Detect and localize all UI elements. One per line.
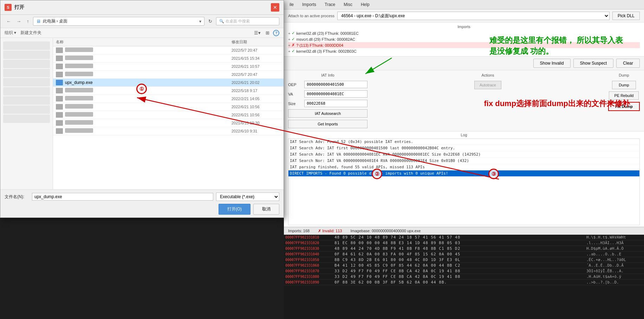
file-row[interactable]: 2022/5/18 9:17 (53, 87, 284, 95)
file-row[interactable]: 2022/6/21 10:56 (53, 111, 284, 119)
log-area: IAT Search Adv: Found 52 (0x34) possible… (288, 138, 640, 225)
view-details-button[interactable]: ☰▾ (253, 30, 262, 36)
hex-ascii: 3ÒI÷ðIÿÎ.ÊB...A. (586, 269, 643, 273)
file-row[interactable]: 2022/2/21 14:05 (53, 95, 284, 103)
import-expand-icon: + (288, 49, 290, 53)
blurred-name (65, 56, 93, 60)
dialog-footer: 文件名(N): Executable (*.exe) 打开(O) 取消 (0, 189, 284, 217)
file-row[interactable]: 2022/6/21 10:56 (53, 103, 284, 111)
menu-item-help[interactable]: Help (359, 1, 371, 8)
status-bar: Imports: 168 ✗ Invalid: 113 Imagebase: 0… (284, 227, 644, 235)
app-area: ileImportsTraceMiscHelp Attach to an act… (284, 0, 644, 319)
file-row[interactable]: 2022/6/21 10:57 (53, 63, 284, 71)
file-icon (56, 112, 63, 118)
show-invalid-button[interactable]: Show Invalid (533, 59, 571, 68)
file-icon (56, 128, 63, 134)
hex-ascii: H.\$.H.t$.WAVAWHt (586, 235, 643, 240)
nav-forward-button[interactable]: → (15, 18, 23, 25)
dump-button[interactable]: Dump (612, 81, 636, 89)
iat-autosearch-button[interactable]: IAT Autosearch (288, 109, 367, 118)
file-icon (56, 80, 63, 85)
va-label: VA (288, 92, 302, 96)
file-icon (56, 120, 63, 126)
dialog-title-icon: S (5, 4, 12, 11)
file-dialog[interactable]: S 打开 ✕ ← → ↑ 🖥 此电脑 › 桌面 ▾ ↻ 🔍 在桌面 中搜索 组织… (0, 0, 284, 218)
hex-address: 00007FF902331060 (285, 263, 334, 267)
sidebar-blur-2 (3, 51, 50, 59)
size-input[interactable] (304, 100, 367, 107)
import-expand-icon: + (288, 31, 290, 35)
size-label: Size (288, 102, 302, 106)
hex-row: 00007FF90233107033 D2 49 F7 F0 49 FF CE … (284, 268, 644, 274)
file-row[interactable]: 2021/6/15 15:34 (53, 54, 284, 63)
footer-row2: 打开(O) 取消 (5, 204, 279, 215)
blurred-name (65, 112, 93, 117)
file-date: 2022/6/21 10:56 (232, 105, 281, 109)
filename-input[interactable] (32, 193, 213, 201)
hex-ascii: ..ab....O..b..E (586, 252, 643, 256)
file-icon (56, 104, 63, 110)
nav-back-button[interactable]: ← (5, 18, 13, 25)
file-name (65, 72, 232, 77)
dialog-title-text: 打开 (14, 4, 24, 11)
sidebar-blur-3 (3, 60, 50, 68)
hex-address: 00007FF902331090 (285, 280, 334, 284)
file-row[interactable]: 2022/5/7 20:47 (53, 46, 284, 54)
get-imports-button[interactable]: Get Imports (288, 120, 367, 128)
file-icon (56, 72, 63, 77)
organize-menu[interactable]: 组织 ▾ (5, 30, 16, 36)
sidebar-blur-9 (3, 115, 50, 123)
log-section: Log IAT Search Adv: Found 52 (0x34) poss… (284, 131, 644, 227)
log-entry: IAT Search Adv: Found 52 (0x34) possible… (288, 139, 639, 145)
file-row[interactable]: 2022/6/10 9:31 (53, 127, 284, 135)
actions-bar: Show Invalid Show Suspect Clear (284, 57, 644, 70)
filetype-select[interactable]: Executable (*.exe) (216, 193, 279, 201)
address-dropdown-icon[interactable]: ▾ (199, 19, 201, 24)
clear-button[interactable]: Clear (616, 59, 640, 68)
iat-info-column: IAT Info OEP VA Size IAT Autosearch Get … (288, 73, 367, 128)
hex-area: 00007FF90233101048 89 5C 24 10 48 89 74 … (284, 235, 644, 319)
file-date: 2021/6/15 19:30 (232, 121, 281, 125)
nav-up-button[interactable]: ↑ (25, 18, 31, 25)
address-bar[interactable]: 🖥 此电脑 › 桌面 ▾ (33, 17, 205, 26)
hex-address: 00007FF902331050 (285, 258, 334, 262)
hex-ascii: .H.AüH.t$aA+ö.ÿ (586, 274, 643, 279)
va-row: VA (288, 90, 367, 98)
menu-item-ile[interactable]: ile (288, 1, 295, 8)
hex-ascii: .l....H3ÃI...H3Ã (586, 241, 643, 245)
file-row[interactable]: 2021/6/15 19:30 (53, 119, 284, 127)
dialog-close-button[interactable]: ✕ (271, 3, 279, 12)
hex-row: 00007FF90233103048 89 44 24 70 4D 8B F9 … (284, 246, 644, 252)
cancel-button[interactable]: 取消 (253, 204, 279, 215)
file-row[interactable]: 2022/5/7 20:47 (53, 71, 284, 79)
autotrace-button[interactable]: Autotrace (474, 81, 501, 89)
new-folder-button[interactable]: 新建文件夹 (20, 30, 41, 36)
show-suspect-button[interactable]: Show Suspect (573, 59, 614, 68)
open-button[interactable]: 打开(O) (219, 204, 251, 215)
import-error-icon: ✗ (292, 43, 295, 47)
dialog-body: 名称 修改日期 2022/5/7 20:472021/6/15 15:34202… (0, 38, 284, 189)
hex-address: 00007FF902331010 (285, 235, 334, 239)
sidebar-blur-8 (3, 105, 50, 114)
help-button[interactable]: ? (273, 30, 279, 36)
pick-dll-button[interactable]: Pick DLL (612, 12, 640, 20)
hex-address: 00007FF902331030 (285, 247, 334, 250)
menu-item-misc[interactable]: Misc (342, 1, 354, 8)
file-row[interactable]: upx_dump.exe2022/6/21 20:02 (53, 79, 284, 87)
filename-label: 文件名(N): (5, 194, 29, 200)
blurred-name (65, 104, 93, 109)
oep-input[interactable] (304, 81, 367, 88)
log-entry: DIRECT IMPORTS - Found 0 possible direct… (288, 170, 639, 177)
view-toggle-button[interactable]: ⊞ (264, 30, 271, 36)
dialog-title-left: S 打开 (5, 4, 24, 11)
menu-item-imports[interactable]: Imports (301, 1, 318, 8)
menu-item-trace[interactable]: Trace (323, 1, 337, 8)
attach-select[interactable]: 46564 - upx.exe - D:\桌面\upx.exe (337, 12, 610, 20)
file-name (65, 56, 232, 61)
refresh-button[interactable]: ↻ (207, 18, 214, 25)
imports-title: Imports (288, 25, 640, 29)
dialog-main: 名称 修改日期 2022/5/7 20:472021/6/15 15:34202… (53, 38, 284, 189)
file-list[interactable]: 2022/5/7 20:472021/6/15 15:342022/6/21 1… (53, 46, 284, 189)
search-bar[interactable]: 🔍 在桌面 中搜索 (216, 17, 279, 25)
va-input[interactable] (304, 90, 367, 98)
